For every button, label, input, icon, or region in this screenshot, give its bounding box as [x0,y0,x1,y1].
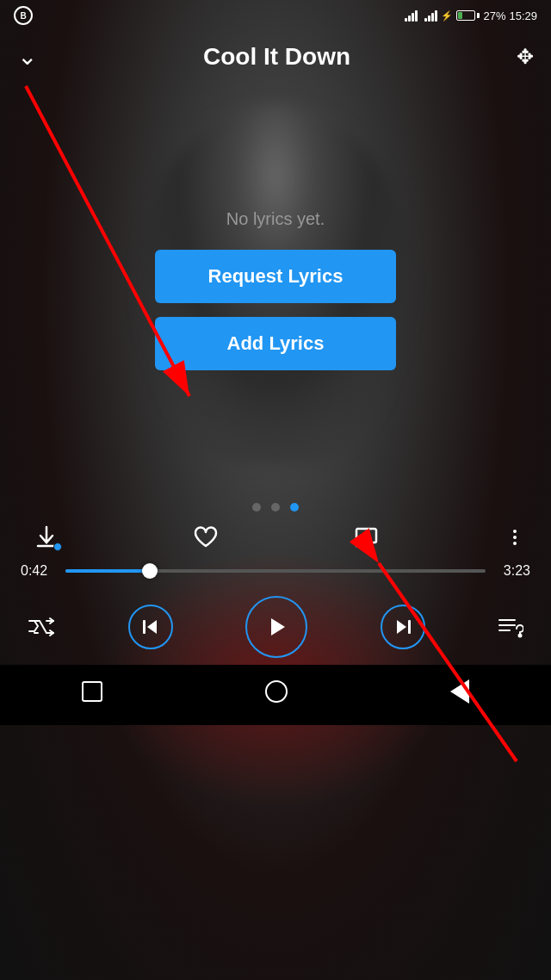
play-button[interactable] [245,596,307,658]
download-button[interactable] [34,525,59,549]
battery-fill [458,12,462,19]
page-dot-3 [290,503,299,512]
skip-next-button[interactable] [381,605,425,649]
song-title: Cool It Down [37,43,517,71]
equalizer-button[interactable]: ✥ [517,45,534,69]
no-lyrics-label: No lyrics yet. [226,209,325,229]
signal-bars-1 [405,9,418,22]
battery-icon [456,10,480,21]
queue-button[interactable] [498,615,523,639]
add-lyrics-button[interactable]: Add Lyrics [155,317,396,370]
status-bar: B ⚡ 27% 15:29 [0,0,551,31]
svg-marker-6 [271,618,285,636]
page-dots [0,503,551,512]
like-button[interactable] [193,525,219,549]
status-left: B [14,6,33,25]
progress-bar[interactable] [65,569,486,573]
skip-prev-button[interactable] [128,605,173,649]
page-dot-2 [271,503,280,512]
controls-area: 0:42 3:23 [0,512,551,665]
request-lyrics-button[interactable]: Request Lyrics [155,250,396,303]
shuffle-button[interactable] [28,615,55,639]
progress-fill [65,569,150,573]
page-dot-1 [252,503,261,512]
status-right: ⚡ 27% 15:29 [405,9,537,22]
nav-bar [0,665,551,725]
nav-home-button[interactable] [82,681,102,702]
nav-circle-icon [265,680,288,703]
svg-rect-4 [143,620,145,634]
nav-triangle-icon [450,679,469,704]
total-time: 3:23 [496,563,530,579]
comment-button[interactable] [353,525,379,549]
download-badge [53,543,62,551]
svg-marker-5 [147,620,157,634]
app-icon: B [14,6,33,25]
svg-marker-8 [397,620,406,634]
back-button[interactable]: ⌄ [17,45,37,69]
more-options-button[interactable] [513,530,517,545]
progress-thumb[interactable] [142,563,158,579]
clock: 15:29 [509,9,537,22]
current-time: 0:42 [21,563,55,579]
playback-controls [21,596,530,658]
battery-percent: 27% [483,9,505,22]
nav-back-button[interactable] [265,680,288,703]
header: ⌄ Cool It Down ✥ [0,31,551,83]
bolt-icon: ⚡ [441,10,453,22]
signal-bars-2 [424,9,437,22]
svg-point-12 [519,635,522,637]
content-area: No lyrics yet. Request Lyrics Add Lyrics [0,83,551,496]
action-icons-row [21,525,530,549]
nav-square-icon [82,681,102,702]
progress-section: 0:42 3:23 [21,563,530,579]
nav-recent-button[interactable] [450,679,469,704]
svg-rect-7 [408,620,411,634]
